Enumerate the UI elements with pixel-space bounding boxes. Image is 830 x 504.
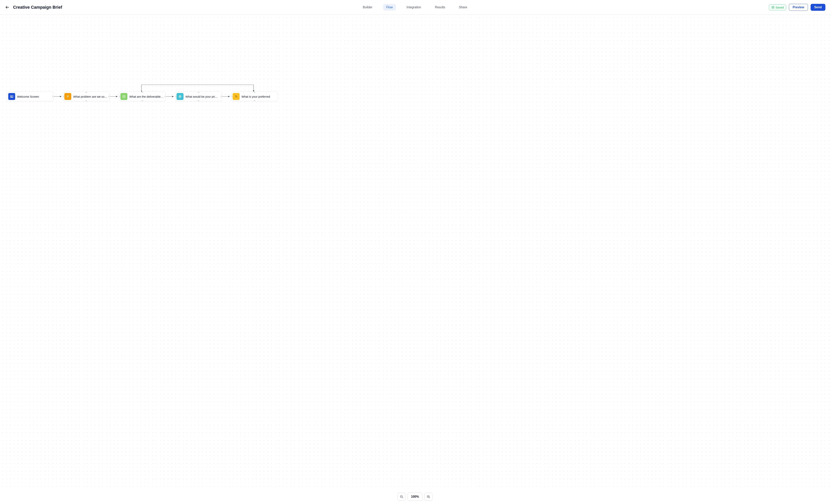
svg-marker-7 bbox=[60, 96, 62, 97]
tab-builder[interactable]: Builder bbox=[360, 4, 376, 10]
svg-marker-15 bbox=[172, 96, 174, 97]
tab-share[interactable]: Share bbox=[456, 4, 470, 10]
flow-node-preferred[interactable]: What is your preferred bbox=[231, 92, 278, 101]
flow-row: Welcome Screen What problem are we solvi… bbox=[7, 92, 830, 101]
list-icon bbox=[64, 93, 71, 100]
saved-indicator: Saved bbox=[769, 4, 787, 10]
flow-node-problem[interactable]: What problem are we solvi... bbox=[63, 92, 109, 101]
flow-node-label: What are the deliverables f.. bbox=[129, 95, 163, 98]
svg-point-16 bbox=[179, 95, 181, 98]
node-port[interactable] bbox=[141, 92, 143, 93]
flow-node-label: What problem are we solvi... bbox=[73, 95, 107, 98]
node-port[interactable] bbox=[253, 92, 256, 93]
connector-2-3 bbox=[109, 96, 119, 97]
node-port[interactable] bbox=[231, 95, 232, 97]
node-port[interactable] bbox=[119, 95, 120, 97]
checkbox-icon bbox=[121, 93, 127, 100]
text-icon bbox=[233, 93, 240, 100]
node-port[interactable] bbox=[197, 92, 199, 93]
page-title: Creative Campaign Brief bbox=[13, 5, 62, 10]
welcome-icon bbox=[8, 93, 15, 100]
zoom-in-button[interactable] bbox=[424, 493, 433, 501]
svg-point-17 bbox=[180, 96, 181, 97]
header-left: Creative Campaign Brief bbox=[5, 5, 62, 10]
node-port[interactable] bbox=[253, 100, 256, 101]
zoom-out-icon bbox=[400, 495, 404, 499]
node-port[interactable] bbox=[63, 95, 64, 97]
svg-marker-12 bbox=[116, 96, 118, 97]
tab-results[interactable]: Results bbox=[432, 4, 448, 10]
flow-canvas[interactable]: Welcome Screen What problem are we solvi… bbox=[0, 15, 830, 489]
header-nav: Builder Flow Integration Results Share bbox=[360, 4, 470, 10]
preview-button[interactable]: Preview bbox=[789, 4, 808, 11]
node-port[interactable] bbox=[141, 100, 143, 101]
svg-line-21 bbox=[402, 497, 403, 498]
node-port[interactable] bbox=[197, 100, 199, 101]
connector-3-4 bbox=[166, 96, 175, 97]
node-port[interactable] bbox=[175, 95, 177, 97]
node-port[interactable] bbox=[85, 92, 87, 93]
flow-node-label: Welcome Screen bbox=[17, 95, 39, 98]
saved-label: Saved bbox=[776, 6, 784, 9]
svg-rect-13 bbox=[123, 95, 125, 98]
flow-node-label: What is your preferred bbox=[242, 95, 270, 98]
zoom-in-icon bbox=[426, 495, 430, 499]
target-icon bbox=[177, 93, 184, 100]
zoom-level[interactable]: 100% bbox=[408, 493, 423, 501]
app-header: Creative Campaign Brief Builder Flow Int… bbox=[0, 0, 830, 15]
svg-marker-19 bbox=[228, 96, 230, 97]
check-circle-icon bbox=[771, 6, 774, 9]
flow-node-primary[interactable]: What would be your prima... bbox=[175, 92, 222, 101]
tab-integration[interactable]: Integration bbox=[404, 4, 424, 10]
arrow-left-icon bbox=[5, 5, 9, 9]
connector-4-5 bbox=[222, 96, 231, 97]
flow-node-label: What would be your prima... bbox=[185, 95, 220, 98]
flow-node-deliverables[interactable]: What are the deliverables f.. bbox=[119, 92, 166, 101]
svg-line-24 bbox=[429, 497, 430, 498]
flow-node-welcome[interactable]: Welcome Screen bbox=[7, 92, 54, 101]
zoom-toolbar: 100% bbox=[0, 489, 830, 504]
zoom-out-button[interactable] bbox=[397, 493, 406, 501]
tab-flow[interactable]: Flow bbox=[383, 4, 396, 10]
back-button[interactable] bbox=[5, 5, 10, 10]
connector-1-2 bbox=[54, 96, 63, 97]
header-right: Saved Preview Send bbox=[769, 4, 825, 11]
svg-point-5 bbox=[11, 96, 11, 97]
node-port[interactable] bbox=[85, 100, 87, 101]
send-button[interactable]: Send bbox=[810, 4, 825, 11]
